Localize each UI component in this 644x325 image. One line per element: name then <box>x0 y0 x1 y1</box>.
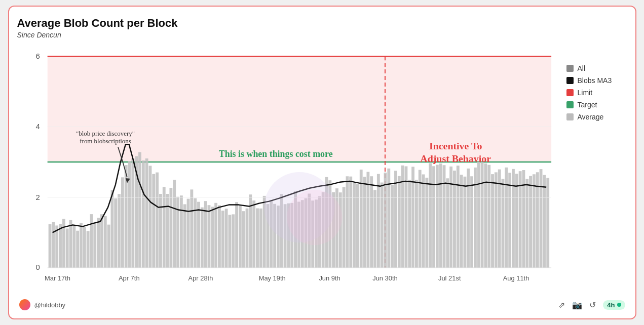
svg-rect-124 <box>463 177 466 268</box>
svg-rect-95 <box>363 177 366 268</box>
svg-rect-89 <box>342 187 345 267</box>
svg-rect-34 <box>152 174 155 268</box>
footer-right: ⇗ 📷 ↺ 4h <box>558 300 625 310</box>
chart-subtitle: Since Dencun <box>17 31 627 39</box>
legend-label-all: All <box>578 64 586 72</box>
svg-rect-88 <box>338 192 342 268</box>
legend-item-average: Average <box>566 113 627 121</box>
svg-text:Jul 21st: Jul 21st <box>438 274 461 282</box>
svg-text:Jun 30th: Jun 30th <box>372 274 398 282</box>
svg-rect-47 <box>197 202 200 268</box>
svg-rect-31 <box>141 160 144 268</box>
svg-text:4: 4 <box>35 123 40 131</box>
chart-footer: @hildobby ⇗ 📷 ↺ 4h <box>17 299 627 310</box>
share-icon[interactable]: ⇗ <box>558 300 565 310</box>
svg-rect-11 <box>72 225 75 268</box>
svg-rect-116 <box>435 165 438 267</box>
svg-rect-8 <box>62 219 65 267</box>
legend-label-average: Average <box>578 113 604 121</box>
svg-rect-58 <box>235 202 238 268</box>
camera-icon[interactable]: 📷 <box>572 300 582 310</box>
svg-rect-65 <box>259 209 262 268</box>
legend-swatch-target <box>566 101 574 108</box>
footer-left: @hildobby <box>19 299 66 310</box>
svg-text:2: 2 <box>35 193 40 201</box>
svg-rect-108 <box>408 180 411 268</box>
svg-rect-126 <box>470 176 473 268</box>
svg-rect-59 <box>238 205 241 268</box>
svg-text:0: 0 <box>35 263 40 271</box>
svg-rect-15 <box>86 231 89 268</box>
svg-rect-136 <box>505 168 508 268</box>
svg-rect-27 <box>128 161 131 268</box>
legend-swatch-limit <box>566 89 574 96</box>
svg-rect-146 <box>539 169 542 268</box>
svg-rect-4 <box>48 224 51 268</box>
svg-text:Incentive To: Incentive To <box>429 140 481 151</box>
svg-rect-48 <box>200 208 203 268</box>
svg-text:Jun 9th: Jun 9th <box>319 274 340 282</box>
svg-rect-139 <box>515 174 518 268</box>
svg-rect-57 <box>232 214 235 268</box>
legend-label-blobs-ma3: Blobs MA3 <box>578 76 612 85</box>
svg-rect-25 <box>121 177 124 268</box>
time-badge-dot <box>617 303 621 307</box>
svg-rect-17 <box>93 223 96 268</box>
svg-rect-64 <box>256 209 259 268</box>
svg-rect-37 <box>162 187 165 268</box>
svg-point-171 <box>287 190 342 245</box>
svg-rect-142 <box>525 179 528 268</box>
svg-rect-97 <box>370 176 373 268</box>
svg-rect-130 <box>484 164 487 268</box>
svg-rect-36 <box>159 194 162 268</box>
svg-rect-38 <box>166 194 169 268</box>
svg-rect-55 <box>224 209 228 268</box>
svg-rect-16 <box>90 214 93 268</box>
svg-rect-24 <box>118 194 121 268</box>
svg-rect-98 <box>373 190 376 268</box>
svg-rect-28 <box>131 158 134 268</box>
svg-rect-138 <box>512 169 515 268</box>
svg-rect-119 <box>446 178 449 268</box>
svg-rect-90 <box>346 176 349 268</box>
undo-icon[interactable]: ↺ <box>589 300 596 310</box>
avatar <box>19 299 30 310</box>
svg-rect-96 <box>366 172 369 268</box>
svg-text:"blob price discovery": "blob price discovery" <box>76 130 135 137</box>
svg-rect-14 <box>83 227 86 268</box>
legend-item-limit: Limit <box>566 89 627 97</box>
svg-rect-101 <box>384 173 387 268</box>
svg-text:Mar 17th: Mar 17th <box>45 274 70 282</box>
svg-rect-6 <box>55 225 58 267</box>
svg-text:This is when things cost more: This is when things cost more <box>218 149 332 159</box>
svg-rect-125 <box>467 169 470 268</box>
svg-rect-41 <box>176 197 179 268</box>
legend-swatch-blobs-ma3 <box>566 77 574 84</box>
svg-rect-5 <box>52 222 55 267</box>
svg-rect-122 <box>456 166 459 268</box>
chart-card: Average Blob Count per Block Since Dencu… <box>8 6 636 319</box>
user-handle: @hildobby <box>34 301 66 309</box>
chart-title: Average Blob Count per Block <box>17 17 627 30</box>
svg-rect-147 <box>543 175 546 268</box>
svg-rect-33 <box>148 166 151 267</box>
svg-rect-127 <box>474 168 477 268</box>
chart-legend: All Blobs MA3 Limit Target Average <box>561 44 627 295</box>
svg-rect-117 <box>439 164 442 268</box>
svg-text:Apr 28th: Apr 28th <box>188 274 213 282</box>
svg-rect-52 <box>214 203 217 268</box>
chart-main: 6 4 2 0 Mar 17th Apr 7th Apr 28th May 19… <box>17 44 561 295</box>
svg-rect-111 <box>418 170 421 268</box>
svg-rect-13 <box>80 223 83 268</box>
svg-rect-143 <box>529 176 532 268</box>
svg-rect-110 <box>414 180 418 268</box>
svg-rect-51 <box>211 207 214 267</box>
svg-text:from blobscriptions: from blobscriptions <box>80 137 131 145</box>
svg-rect-133 <box>494 172 497 268</box>
svg-rect-21 <box>107 225 110 268</box>
svg-rect-12 <box>76 231 79 268</box>
svg-rect-35 <box>156 173 159 268</box>
svg-rect-118 <box>442 165 445 268</box>
svg-rect-129 <box>480 162 483 268</box>
svg-rect-23 <box>114 198 117 268</box>
